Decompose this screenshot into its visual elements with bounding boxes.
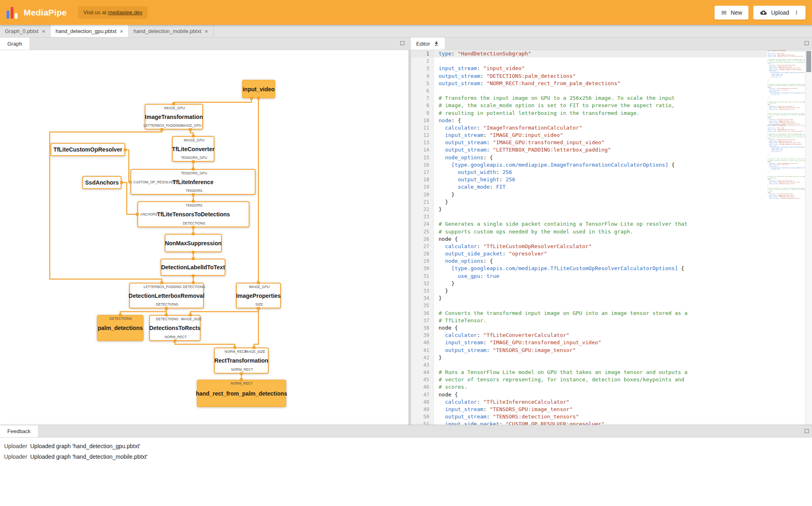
code-line[interactable] (434, 87, 812, 95)
tab-graph[interactable]: Graph (0, 37, 29, 50)
editor-scrollbar[interactable] (805, 50, 812, 425)
code-line[interactable]: # supports custom ops needed by the mode… (767, 85, 805, 87)
upload-button[interactable]: Upload (753, 6, 805, 20)
code-line[interactable]: # Generates a single side packet contain… (434, 220, 812, 228)
code-line[interactable]: # resulting in potential letterboxing in… (767, 62, 805, 64)
download-icon[interactable] (433, 41, 439, 47)
expand-editor-panel-icon[interactable] (805, 41, 809, 45)
mediapipe-dev-link[interactable]: mediapipe.dev (108, 9, 143, 15)
graph-canvas[interactable]: input_videoImageTransformationIMAGE_GPUL… (0, 50, 408, 425)
graph-node-ssd_anchors[interactable]: SsdAnchors (82, 176, 121, 189)
graph-node-detection_label_id_to_text[interactable]: DetectionLabelIdToText (161, 259, 225, 276)
editor-minimap[interactable]: type: "HandDetectionSubgraph"input_strea… (767, 50, 805, 425)
code-line[interactable] (434, 57, 812, 65)
code-line[interactable]: scale_mode: FIT (434, 183, 812, 191)
code-line[interactable]: output_height: 256 (434, 176, 812, 183)
tab-graph-0-pbtxt[interactable]: Graph_0.pbtxt × (0, 25, 51, 37)
code-line[interactable]: [type.googleapis.com/mediapipe.TfLiteCus… (434, 265, 812, 272)
code-line[interactable]: output_stream: "NORM_RECT:hand_rect_from… (434, 80, 812, 87)
editor-code[interactable]: type: "HandDetectionSubgraph"input_strea… (434, 50, 812, 425)
code-line[interactable]: [type.googleapis.com/mediapipe.ImageTran… (434, 161, 812, 169)
code-line[interactable]: # Transforms the input image on GPU to a… (434, 95, 812, 102)
more-options-icon[interactable] (794, 9, 799, 16)
code-line[interactable]: input_stream: "input_video" (434, 65, 812, 72)
expand-graph-panel-icon[interactable] (400, 41, 404, 45)
graph-node-non_max_suppression[interactable]: NonMaxSuppression (165, 234, 222, 252)
code-line[interactable]: output_stream: "LETTERBOX_PADDING:letter… (434, 146, 812, 154)
code-line[interactable]: node_options: { (434, 257, 812, 265)
code-line[interactable]: output_stream: "NORM_RECT:hand_rect_from… (767, 131, 805, 132)
graph-node-tflite_inference[interactable]: TfLiteInferenceTENSORS_GPUCUSTOM_OP_RESO… (130, 169, 256, 195)
code-line[interactable]: calculator: "ImageTransformationCalculat… (434, 124, 812, 132)
code-line[interactable]: } (434, 191, 812, 198)
code-line[interactable] (434, 361, 812, 369)
new-button[interactable]: New (715, 6, 748, 20)
code-line[interactable]: input_stream: "IMAGE_GPU:transformed_inp… (434, 339, 812, 346)
code-editor[interactable]: 1234567891011121314151617181920212223242… (411, 50, 812, 425)
code-line[interactable]: # vector of tensors representing, for in… (434, 376, 812, 383)
graph-node-detections_to_rects[interactable]: DetectionsToRectsDETECTIONSIMAGE_SIZENOR… (149, 315, 201, 341)
code-line[interactable]: output_width: 256 (434, 169, 812, 176)
code-line[interactable]: input_stream: "IMAGE_GPU:input_video" (434, 132, 812, 139)
code-line[interactable]: } (434, 354, 812, 361)
graph-node-detection_letterbox_removal[interactable]: DetectionLetterboxRemovalLETTERBOX_PADDI… (129, 283, 204, 308)
code-line[interactable]: output_stream: "DETECTIONS:palm_detectio… (434, 73, 812, 80)
code-line[interactable]: } (434, 198, 812, 206)
close-tab-icon[interactable]: × (120, 28, 124, 34)
code-line[interactable]: input_side_packet: "CUSTOM_OP_RESOLVER:o… (434, 420, 812, 425)
code-line[interactable]: calculator: "TfLiteInferenceCalculator" (434, 398, 812, 406)
graph-node-input_video[interactable]: input_video (242, 80, 275, 98)
code-line[interactable]: node_options: { (434, 154, 812, 161)
code-line[interactable]: } (434, 295, 812, 302)
graph-node-image_properties[interactable]: ImagePropertiesIMAGE_GPUSIZE (236, 283, 281, 308)
graph-node-palm_detections[interactable]: palm_detectionsDETECTIONS (97, 315, 143, 341)
graph-node-image_transformation[interactable]: ImageTransformationIMAGE_GPULETTERBOX_PA… (145, 104, 203, 130)
tab-feedback[interactable]: Feedback (0, 425, 38, 437)
code-line[interactable]: node: { (434, 117, 812, 124)
code-line[interactable]: output_stream: "TENSORS:detection_tensor… (434, 413, 812, 420)
line-number: 4 (411, 73, 433, 80)
code-line[interactable]: # Converts the transformed input image o… (434, 310, 812, 317)
code-line[interactable]: } (434, 287, 812, 295)
scrollbar-thumb[interactable] (806, 51, 811, 72)
code-line[interactable]: } (434, 280, 812, 287)
code-line[interactable]: calculator: "TfLiteConverterCalculator" (434, 332, 812, 339)
line-number: 49 (411, 406, 433, 413)
code-line[interactable]: # scores. (434, 383, 812, 391)
line-number: 20 (411, 191, 433, 198)
code-line[interactable]: node { (434, 324, 812, 332)
line-number: 50 (411, 413, 433, 420)
code-line[interactable]: input_stream: "TENSORS_GPU:image_tensor" (434, 406, 812, 413)
code-line[interactable]: # resulting in potential letterboxing in… (434, 110, 812, 117)
code-line[interactable]: # image, the scale_mode option is set to… (434, 102, 812, 109)
graph-node-tflite_custom_op_resolver[interactable]: TfLiteCustomOpResolver (51, 143, 125, 156)
code-line[interactable]: output_side_packet: "opresolver" (434, 250, 812, 257)
tab-editor[interactable]: Editor (411, 37, 445, 50)
code-line[interactable]: node { (434, 391, 812, 398)
code-line[interactable] (434, 302, 812, 309)
code-line[interactable]: # supports custom ops needed by the mode… (434, 228, 812, 235)
code-line[interactable]: output_stream: "IMAGE_GPU:transformed_in… (434, 139, 812, 146)
graph-node-tflite_converter[interactable]: TfLiteConverterIMAGE_GPUTENSORS_GPU (172, 136, 214, 162)
code-line[interactable]: } (434, 206, 812, 213)
code-line[interactable]: use_gpu: true (434, 273, 812, 280)
code-line[interactable]: # TfLiteTensor. (434, 317, 812, 324)
code-line[interactable]: output_stream: "NORM_RECT:hand_rect_from… (767, 56, 805, 57)
graph-node-rect_transformation[interactable]: RectTransformationNORM_RECTIMAGE_SIZENOR… (214, 348, 269, 374)
code-line[interactable]: # Runs a TensorFlow Lite model on GPU th… (434, 369, 812, 376)
code-line[interactable]: input_side_packet: "CUSTOM_OP_RESOLVER:o… (767, 198, 805, 200)
code-line[interactable]: # supports custom ops needed by the mode… (767, 160, 805, 162)
code-line[interactable]: calculator: "TfLiteCustomOpResolverCalcu… (434, 243, 812, 250)
code-line[interactable]: # resulting in potential letterboxing in… (767, 136, 805, 138)
graph-node-tflite_tensors_to_detections[interactable]: TfLiteTensorsToDetectionsTENSORSANCHORSD… (137, 201, 249, 227)
tab-hand-detection-gpu-pbtxt[interactable]: hand_detection_gpu.pbtxt × (51, 25, 128, 37)
close-tab-icon[interactable]: × (42, 28, 45, 34)
code-line[interactable]: type: "HandDetectionSubgraph" (434, 50, 812, 57)
tab-hand-detection-mobile-pbtxt[interactable]: hand_detection_mobile.pbtxt × (129, 25, 214, 37)
expand-feedback-panel-icon[interactable] (805, 429, 809, 433)
code-line[interactable]: node { (434, 235, 812, 243)
graph-node-hand_rect_from_palm_detections[interactable]: hand_rect_from_palm_detectionsNORM_RECT (197, 380, 286, 407)
code-line[interactable] (434, 213, 812, 220)
code-line[interactable]: output_stream: "TENSORS_GPU:image_tensor… (434, 347, 812, 354)
close-tab-icon[interactable]: × (205, 28, 208, 34)
